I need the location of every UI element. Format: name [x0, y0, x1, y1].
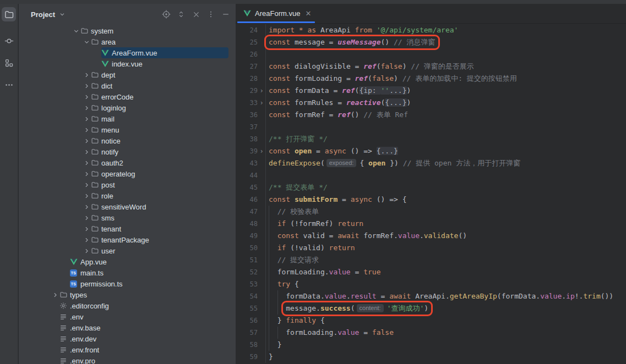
- line-number[interactable]: 45: [236, 184, 258, 191]
- line-number[interactable]: 33: [236, 99, 258, 107]
- tab-close-icon[interactable]: ✕: [305, 10, 311, 17]
- line-number[interactable]: 29: [236, 87, 258, 95]
- tree-item-dept[interactable]: dept: [19, 69, 236, 80]
- chevron-right-icon[interactable]: [83, 114, 91, 123]
- chevron-right-icon[interactable]: [83, 70, 91, 79]
- tree-item-user[interactable]: user: [19, 245, 236, 256]
- locate-file-icon[interactable]: [162, 10, 171, 19]
- code-line-47[interactable]: 47// 校验表单: [236, 206, 626, 218]
- chevron-right-icon[interactable]: [83, 81, 91, 90]
- chevron-right-icon[interactable]: [83, 158, 91, 167]
- code-line-50[interactable]: 50if (!valid) return: [236, 242, 626, 254]
- code-viewport[interactable]: 24import * as AreaApi from '@/api/system…: [236, 24, 626, 364]
- line-number[interactable]: 47: [236, 208, 258, 216]
- tree-item--env-front[interactable]: .env.front: [19, 344, 236, 355]
- line-number[interactable]: 55: [236, 305, 258, 312]
- tree-item-permission-ts[interactable]: TSpermission.ts: [19, 278, 236, 289]
- tree-item-types[interactable]: types: [19, 289, 236, 300]
- code-line-57[interactable]: 57formLoading.value = false: [236, 327, 626, 339]
- chevron-right-icon[interactable]: [83, 136, 91, 145]
- chevron-right-icon[interactable]: [83, 213, 91, 222]
- line-number[interactable]: 37: [236, 123, 258, 131]
- chevron-down-icon[interactable]: [83, 37, 91, 46]
- tree-item-area[interactable]: area: [19, 36, 236, 47]
- code-line-38[interactable]: 38/** 打开弹窗 */: [236, 133, 626, 145]
- tree-item--env[interactable]: .env: [19, 311, 236, 322]
- project-tool-button[interactable]: [2, 7, 16, 21]
- more-tools-button[interactable]: [2, 78, 16, 92]
- line-number[interactable]: 52: [236, 268, 258, 276]
- tree-item-dict[interactable]: dict: [19, 80, 236, 91]
- chevron-right-icon[interactable]: [83, 235, 91, 244]
- line-number[interactable]: 53: [236, 280, 258, 288]
- code-line-28[interactable]: 28const formLoading = ref(false) // 表单的加…: [236, 73, 626, 85]
- options-kebab-icon[interactable]: [206, 10, 215, 19]
- code-line-27[interactable]: 27const dialogVisible = ref(false) // 弹窗…: [236, 60, 626, 73]
- commit-tool-button[interactable]: [2, 34, 16, 48]
- tree-item-loginlog[interactable]: loginlog: [19, 102, 236, 113]
- code-line-36[interactable]: 36const formRef = ref() // 表单 Ref: [236, 109, 626, 121]
- line-number[interactable]: 38: [236, 135, 258, 143]
- code-line-51[interactable]: 51// 提交请求: [236, 254, 626, 266]
- tree-item--env-pro[interactable]: .env.pro: [19, 355, 236, 364]
- fold-chevron-icon[interactable]: ›: [258, 145, 266, 157]
- code-line-29[interactable]: 29›const formData = ref({ip: ''...}): [236, 85, 626, 97]
- chevron-right-icon[interactable]: [83, 202, 91, 211]
- structure-tool-button[interactable]: [2, 56, 16, 70]
- code-line-25[interactable]: 25const message = useMessage() // 消息弹窗: [236, 36, 626, 48]
- line-number[interactable]: 36: [236, 111, 258, 119]
- line-number[interactable]: 59: [236, 353, 258, 361]
- line-number[interactable]: 43: [236, 159, 258, 167]
- tree-item-sensitiveword[interactable]: sensitiveWord: [19, 201, 236, 212]
- chevron-right-icon[interactable]: [83, 125, 91, 134]
- line-number[interactable]: 46: [236, 196, 258, 203]
- tree-item-areaform-vue[interactable]: AreaForm.vue: [19, 47, 236, 58]
- chevron-right-icon[interactable]: [83, 246, 91, 255]
- line-number[interactable]: 39: [236, 147, 258, 155]
- tree-item-mail[interactable]: mail: [19, 113, 236, 124]
- chevron-right-icon[interactable]: [83, 92, 91, 101]
- line-number[interactable]: 48: [236, 220, 258, 228]
- tree-item--env-base[interactable]: .env.base: [19, 322, 236, 333]
- code-line-37[interactable]: 37: [236, 121, 626, 133]
- code-line-46[interactable]: 46const submitForm = async () => {: [236, 194, 626, 206]
- expand-collapse-icon[interactable]: [177, 10, 186, 19]
- panel-title-chevron-down-icon[interactable]: [58, 10, 66, 18]
- line-number[interactable]: 25: [236, 38, 258, 46]
- line-number[interactable]: 44: [236, 172, 258, 179]
- tree-item-operatelog[interactable]: operatelog: [19, 168, 236, 179]
- line-number[interactable]: 27: [236, 63, 258, 70]
- tree-item-main-ts[interactable]: TSmain.ts: [19, 267, 236, 278]
- tree-item-sms[interactable]: sms: [19, 212, 236, 223]
- collapse-all-icon[interactable]: [192, 10, 200, 19]
- tree-item-oauth2[interactable]: oauth2: [19, 157, 236, 168]
- line-number[interactable]: 51: [236, 256, 258, 264]
- tree-item-system[interactable]: system: [19, 25, 236, 36]
- line-number[interactable]: 54: [236, 293, 258, 300]
- chevron-right-icon[interactable]: [83, 224, 91, 233]
- line-number[interactable]: 28: [236, 75, 258, 82]
- tree-item-notice[interactable]: notice: [19, 135, 236, 146]
- code-line-48[interactable]: 48if (!formRef) return: [236, 218, 626, 230]
- hide-panel-icon[interactable]: [221, 10, 230, 19]
- code-line-33[interactable]: 33›const formRules = reactive({...}): [236, 97, 626, 109]
- code-line-45[interactable]: 45/** 提交表单 */: [236, 181, 626, 194]
- code-line-26[interactable]: 26: [236, 48, 626, 60]
- tree-item-menu[interactable]: menu: [19, 124, 236, 135]
- tree-item--editorconfig[interactable]: .editorconfig: [19, 300, 236, 311]
- line-number[interactable]: 56: [236, 317, 258, 324]
- line-number[interactable]: 24: [236, 26, 258, 34]
- code-line-53[interactable]: 53try {: [236, 278, 626, 290]
- chevron-right-icon[interactable]: [83, 191, 91, 200]
- fold-chevron-icon[interactable]: ›: [258, 85, 266, 97]
- tree-item-notify[interactable]: notify: [19, 146, 236, 157]
- line-number[interactable]: 57: [236, 329, 258, 337]
- tree-item-index-vue[interactable]: index.vue: [19, 58, 236, 69]
- tree-item-tenant[interactable]: tenant: [19, 223, 236, 234]
- line-number[interactable]: 49: [236, 232, 258, 240]
- fold-chevron-icon[interactable]: ›: [258, 97, 266, 109]
- code-line-54[interactable]: 54formData.value.result = await AreaApi.…: [236, 290, 626, 302]
- code-line-49[interactable]: 49const valid = await formRef.value.vali…: [236, 230, 626, 242]
- chevron-right-icon[interactable]: [83, 180, 91, 189]
- line-number[interactable]: 50: [236, 244, 258, 252]
